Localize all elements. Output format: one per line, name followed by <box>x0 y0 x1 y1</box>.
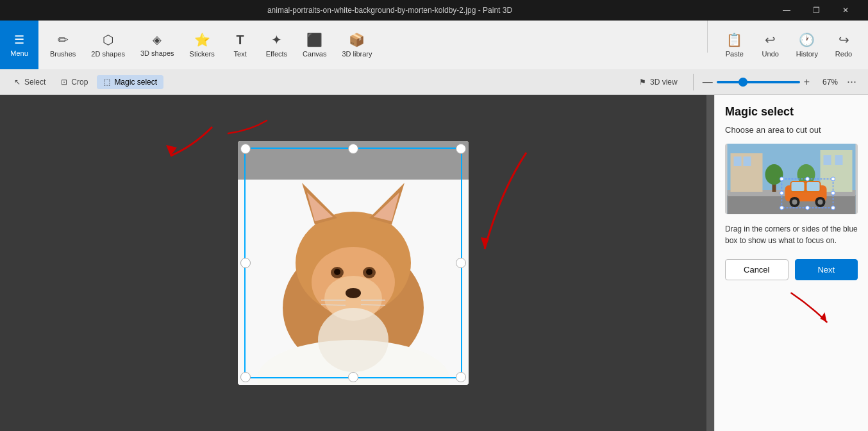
canvas-label: Canvas <box>303 50 326 58</box>
window-controls: — ❐ ✕ <box>772 0 860 21</box>
zoom-separator <box>693 74 694 90</box>
undo-icon: ↩ <box>765 32 776 47</box>
stickers-button[interactable]: ⭐ Stickers <box>183 28 221 62</box>
effects-icon: ✦ <box>271 32 282 47</box>
fox-svg <box>238 141 469 385</box>
panel-buttons: Cancel Next <box>725 259 858 280</box>
menu-icon: ☰ <box>14 33 24 47</box>
redo-button[interactable]: ↪ Redo <box>827 28 860 62</box>
svg-point-20 <box>318 308 388 372</box>
redo-label: Redo <box>835 50 852 58</box>
svg-rect-38 <box>792 182 805 191</box>
ribbon-toolbar: ☰ Menu ✏ Brushes ⬡ 2D shapes ◈ 3D shapes… <box>0 21 868 69</box>
zoom-out-button[interactable]: — <box>703 76 713 88</box>
3dlibrary-button[interactable]: 📦 3D library <box>335 28 378 62</box>
3dlibrary-icon: 📦 <box>349 32 365 47</box>
svg-line-16 <box>321 305 346 305</box>
redo-icon: ↪ <box>839 32 849 47</box>
ribbon-right-tools: 📋 Paste ↩ Undo 🕐 History ↪ Redo <box>710 21 868 69</box>
svg-point-48 <box>831 206 835 210</box>
zoom-percentage: 67% <box>815 78 838 87</box>
2dshapes-icon: ⬡ <box>103 32 113 47</box>
svg-point-13 <box>334 269 340 275</box>
crop-button[interactable]: ⊡ Crop <box>54 75 94 89</box>
titlebar: animal-portraits-on-white-background-by-… <box>0 0 868 21</box>
svg-rect-30 <box>824 155 831 165</box>
paste-label: Paste <box>726 50 744 58</box>
3dview-label: 3D view <box>650 78 678 87</box>
3dview-button[interactable]: ⚑ 3D view <box>633 75 684 89</box>
title-text: animal-portraits-on-white-background-by-… <box>8 6 772 15</box>
svg-point-51 <box>780 191 784 195</box>
svg-rect-27 <box>734 156 742 166</box>
panel-subtitle: Choose an area to cut out <box>725 125 858 135</box>
svg-point-10 <box>346 288 361 298</box>
svg-point-45 <box>780 177 784 181</box>
history-button[interactable]: 🕐 History <box>790 28 824 62</box>
select-button[interactable]: ↖ Select <box>8 75 52 89</box>
3dshapes-button[interactable]: ◈ 3D shapes <box>134 29 181 61</box>
minimize-button[interactable]: — <box>772 0 801 21</box>
svg-point-43 <box>818 199 823 205</box>
fox-image-container <box>225 128 481 398</box>
svg-rect-39 <box>807 182 820 191</box>
select-icon: ↖ <box>14 78 21 87</box>
fox-image <box>238 141 469 385</box>
svg-point-49 <box>806 177 810 181</box>
brushes-icon: ✏ <box>58 32 69 47</box>
more-options-button[interactable]: ··· <box>843 74 860 90</box>
text-button[interactable]: T Text <box>224 29 257 62</box>
menu-label: Menu <box>10 49 28 57</box>
zoom-control: — + <box>703 76 810 88</box>
svg-rect-28 <box>744 156 751 166</box>
stickers-icon: ⭐ <box>194 32 210 47</box>
brushes-label: Brushes <box>50 50 76 58</box>
magic-select-button[interactable]: ⬚ Magic select <box>97 75 163 89</box>
svg-point-47 <box>780 206 784 210</box>
text-icon: T <box>237 33 244 47</box>
3dshapes-icon: ◈ <box>153 33 162 47</box>
zoom-slider[interactable] <box>717 81 800 83</box>
stickers-label: Stickers <box>190 50 215 58</box>
svg-rect-31 <box>835 155 843 165</box>
3dshapes-label: 3D shapes <box>140 49 174 57</box>
panel-annotation-arrow <box>725 287 858 338</box>
canvas-button[interactable]: ⬛ Canvas <box>296 28 333 62</box>
svg-point-50 <box>806 206 810 210</box>
svg-marker-22 <box>481 237 489 249</box>
vertical-scrollbar[interactable] <box>706 95 714 431</box>
panel-preview <box>725 144 858 214</box>
sub-toolbar-right: ⚑ 3D view — + 67% ··· <box>633 74 860 90</box>
2dshapes-button[interactable]: ⬡ 2D shapes <box>85 28 131 62</box>
svg-point-33 <box>765 164 783 185</box>
effects-label: Effects <box>266 50 287 58</box>
text-label: Text <box>234 50 247 58</box>
preview-svg <box>725 144 858 214</box>
history-icon: 🕐 <box>799 32 815 47</box>
restore-button[interactable]: ❐ <box>801 0 831 21</box>
paste-button[interactable]: 📋 Paste <box>718 28 751 62</box>
canvas-area[interactable] <box>0 95 706 431</box>
undo-button[interactable]: ↩ Undo <box>754 28 787 62</box>
effects-button[interactable]: ✦ Effects <box>260 28 294 62</box>
main-area: Magic select Choose an area to cut out <box>0 95 868 431</box>
svg-marker-53 <box>821 312 827 322</box>
right-panel: Magic select Choose an area to cut out <box>714 95 868 431</box>
next-button[interactable]: Next <box>795 259 858 280</box>
svg-marker-21 <box>166 145 177 156</box>
panel-title: Magic select <box>725 105 858 119</box>
brushes-button[interactable]: ✏ Brushes <box>44 28 82 62</box>
ribbon-separator <box>707 21 708 53</box>
zoom-in-button[interactable]: + <box>804 76 810 88</box>
crop-label: Crop <box>71 78 88 87</box>
cancel-button[interactable]: Cancel <box>725 259 789 280</box>
canvas-icon: ⬛ <box>306 32 322 47</box>
menu-button[interactable]: ☰ Menu <box>0 21 38 69</box>
svg-rect-1 <box>238 141 469 180</box>
2dshapes-label: 2D shapes <box>91 50 125 58</box>
sub-toolbar: ↖ Select ⊡ Crop ⬚ Magic select ⚑ 3D view… <box>0 69 868 95</box>
magic-select-label: Magic select <box>114 78 157 87</box>
paste-icon: 📋 <box>726 32 742 47</box>
3dview-flag-icon: ⚑ <box>639 78 646 87</box>
close-button[interactable]: ✕ <box>831 0 860 21</box>
